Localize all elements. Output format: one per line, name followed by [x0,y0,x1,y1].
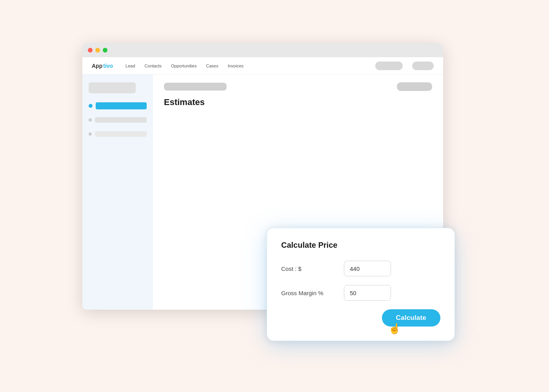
cost-input[interactable] [344,261,391,276]
traffic-light-green[interactable] [103,48,107,53]
sidebar-item-3[interactable] [89,129,147,139]
traffic-light-yellow[interactable] [95,48,100,53]
browser-titlebar [82,43,443,57]
page-title: Estimates [164,97,432,107]
content-header [164,82,432,91]
button-row: Calculate ☝️ [281,309,440,327]
content-header-button[interactable] [397,82,432,91]
sidebar-bar-active [96,102,147,109]
modal-card: Calculate Price Cost : $ Gross Margin % … [267,228,455,341]
sidebar-top-placeholder [89,82,136,93]
nav-opportunities[interactable]: Opportunities [171,64,196,68]
sidebar-dot-3 [89,132,92,136]
sidebar-dot-active [89,104,93,108]
gross-margin-input[interactable] [344,285,391,301]
cost-row: Cost : $ [281,261,440,276]
sidebar-bar-3 [95,131,147,137]
sidebar-dot-2 [89,118,92,122]
nav-lead[interactable]: Lead [125,64,135,68]
content-header-bar [164,83,227,91]
logo-app-text: App [92,63,102,69]
gross-margin-row: Gross Margin % [281,285,440,301]
nav-invoices[interactable]: Invoices [228,64,244,68]
sidebar-item-active[interactable] [89,101,147,111]
nav-button-1[interactable] [375,62,403,70]
cost-label: Cost : $ [281,265,344,272]
sidebar-bar-2 [95,117,147,123]
traffic-light-red[interactable] [88,48,93,53]
nav-button-2[interactable] [412,62,434,70]
logo: Apptivo [92,63,113,69]
modal-title: Calculate Price [281,241,440,250]
nav-contacts[interactable]: Contacts [145,64,162,68]
logo-tivo-text: tivo [103,63,113,69]
sidebar-item-2[interactable] [89,115,147,125]
nav-cases[interactable]: Cases [206,64,218,68]
outer-wrapper: Apptivo Lead Contacts Opportunities Case… [82,43,467,349]
gross-margin-label: Gross Margin % [281,290,344,296]
navbar: Apptivo Lead Contacts Opportunities Case… [82,57,443,74]
sidebar [82,74,153,310]
calculate-button[interactable]: Calculate [382,309,440,327]
